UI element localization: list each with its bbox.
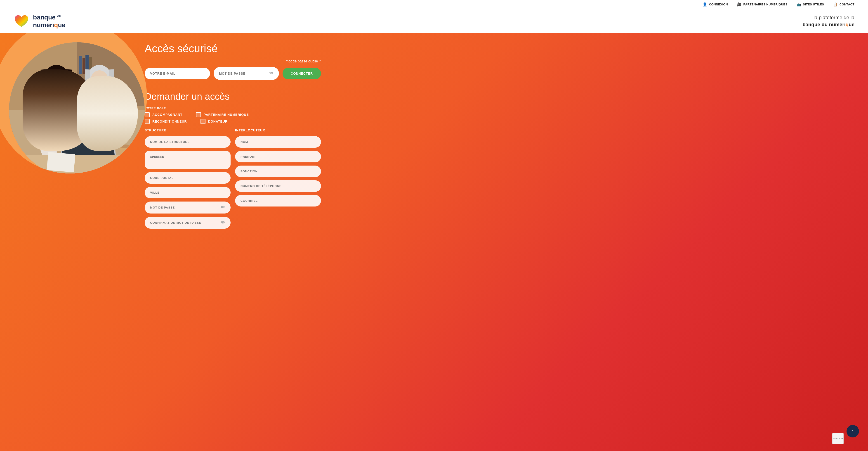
nom-structure-input[interactable] — [145, 136, 230, 148]
nav-sites-label: SITES UTILES — [803, 3, 824, 6]
nav-connexion[interactable]: 👤 CONNEXION — [703, 2, 728, 6]
confirmation-mdp-input[interactable] — [150, 221, 221, 224]
svg-rect-11 — [94, 79, 99, 83]
checkbox-partenaire-num-box[interactable] — [196, 112, 201, 117]
svg-point-19 — [96, 136, 99, 139]
request-access-section: Demander un accès VOTRE ROLE ACCOMPAGNAN… — [145, 91, 321, 229]
structure-interlocuteur-grid: STRUCTURE 👁 👁 INTERLOC — [145, 128, 321, 229]
mot-de-passe-input[interactable] — [150, 206, 221, 209]
checkbox-donateur-box[interactable] — [200, 119, 206, 124]
nav-sites[interactable]: 📺 SITES UTILES — [797, 2, 824, 6]
checkbox-row-1: ACCOMPAGNANT PARTENAIRE NUMÉRIQUE — [145, 112, 321, 117]
nav-partenaires-label: PARTENAIRES NUMÉRIQUES — [743, 3, 787, 6]
video-icon: 🎥 — [737, 2, 742, 6]
svg-rect-4 — [83, 58, 85, 74]
nav-partenaires[interactable]: 🎥 PARTENAIRES NUMÉRIQUES — [737, 2, 787, 6]
checkbox-donateur[interactable]: DONATEUR — [200, 119, 228, 124]
ville-input[interactable] — [145, 187, 230, 198]
checkbox-accompagnant-box[interactable] — [145, 112, 150, 117]
logo-area: banque du numérique — [13, 13, 65, 29]
role-section: VOTRE ROLE ACCOMPAGNANT PARTENAIRE NUMÉR… — [145, 107, 321, 124]
user-icon: 👤 — [703, 2, 707, 6]
tagline-line1: la plateforme de la — [802, 14, 855, 21]
confirmation-mdp-eye-icon[interactable]: 👁 — [221, 220, 225, 225]
forgot-password-link[interactable]: mot de passe oublié ? — [285, 59, 321, 63]
checkbox-partenaire-num[interactable]: PARTENAIRE NUMÉRIQUE — [196, 112, 249, 117]
svg-point-17 — [89, 127, 92, 130]
connect-button[interactable]: CONNECTER — [283, 68, 321, 80]
svg-point-24 — [120, 145, 131, 148]
nav-contact[interactable]: 📋 CONTACT — [833, 2, 855, 6]
secure-access-title: Accès sécurisé — [145, 42, 321, 55]
site-header: banque du numérique la plateforme de la … — [0, 9, 868, 33]
login-row: 👁 CONNECTER — [145, 67, 321, 80]
code-postal-input[interactable] — [145, 172, 230, 184]
role-label: VOTRE ROLE — [145, 107, 321, 110]
interlocuteur-label: INTERLOCUTEUR — [235, 128, 321, 132]
telephone-input[interactable] — [235, 180, 321, 192]
prenom-input[interactable] — [235, 151, 321, 162]
svg-rect-26 — [47, 152, 75, 172]
svg-point-18 — [101, 130, 104, 133]
secure-access-section: Accès sécurisé mot de passe oublié ? 👁 C… — [145, 42, 321, 80]
svg-rect-3 — [79, 56, 82, 74]
interlocuteur-section: INTERLOCUTEUR — [235, 128, 321, 229]
arrow-up-icon: ↑ — [851, 428, 854, 434]
structure-section: STRUCTURE 👁 👁 — [145, 128, 230, 229]
svg-point-9 — [88, 65, 111, 90]
structure-label: STRUCTURE — [145, 128, 230, 132]
checkbox-donateur-label: DONATEUR — [208, 120, 228, 123]
main-content: Accès sécurisé mot de passe oublié ? 👁 C… — [0, 33, 868, 451]
nom-input[interactable] — [235, 136, 321, 148]
checkbox-partenaire-num-label: PARTENAIRE NUMÉRIQUE — [204, 113, 249, 117]
checkbox-reconditionneur-box[interactable] — [145, 119, 150, 124]
svg-point-10 — [90, 70, 108, 91]
logo-banque-du: banque du — [33, 13, 65, 21]
photo-svg — [9, 42, 145, 174]
confirmation-mdp-wrapper: 👁 — [145, 217, 230, 229]
header-tagline: la plateforme de la banque du numérique — [802, 14, 855, 28]
svg-point-8 — [47, 71, 66, 93]
top-navigation: 👤 CONNEXION 🎥 PARTENAIRES NUMÉRIQUES 📺 S… — [0, 0, 868, 9]
clipboard-icon: 📋 — [833, 2, 838, 6]
adresse-input[interactable] — [145, 151, 230, 169]
fonction-input[interactable] — [235, 166, 321, 177]
form-area: Accès sécurisé mot de passe oublié ? 👁 C… — [131, 33, 335, 246]
recaptcha-label: reCAPTCHA — [833, 438, 843, 440]
svg-point-7 — [44, 65, 69, 92]
checkbox-accompagnant-label: ACCOMPAGNANT — [152, 113, 182, 117]
checkbox-accompagnant[interactable]: ACCOMPAGNANT — [145, 112, 182, 117]
courriel-input[interactable] — [235, 195, 321, 207]
request-access-title: Demander un accès — [145, 91, 321, 102]
svg-rect-25 — [9, 155, 145, 174]
forgot-password-container: mot de passe oublié ? — [145, 59, 321, 63]
scroll-to-top-button[interactable]: ↑ — [846, 425, 859, 438]
svg-point-16 — [104, 117, 108, 121]
photo-simulation — [9, 42, 145, 174]
screen-icon: 📺 — [797, 2, 801, 6]
svg-rect-12 — [100, 79, 105, 83]
svg-point-14 — [91, 117, 94, 121]
mot-de-passe-eye-icon[interactable]: 👁 — [221, 205, 225, 210]
logo-text: banque du numérique — [33, 13, 65, 29]
svg-point-20 — [108, 125, 111, 129]
checkbox-reconditionneur-label: RECONDITIONNEUR — [152, 120, 187, 123]
checkbox-row-2: RECONDITIONNEUR DONATEUR — [145, 119, 321, 124]
logo-heart-icon — [13, 14, 29, 29]
logo-numerique: numérique — [33, 21, 65, 29]
hero-photo — [9, 42, 145, 174]
mot-de-passe-wrapper: 👁 — [145, 202, 230, 213]
email-input[interactable] — [145, 68, 210, 80]
checkbox-reconditionneur[interactable]: RECONDITIONNEUR — [145, 119, 187, 124]
password-field-wrapper: 👁 — [214, 67, 279, 80]
recaptcha-widget[interactable]: reCAPTCHA — [832, 433, 844, 444]
tagline-line2: banque du numérique — [802, 21, 855, 28]
svg-point-15 — [98, 122, 101, 125]
password-input[interactable] — [219, 72, 269, 75]
password-eye-icon[interactable]: 👁 — [269, 71, 274, 76]
nav-contact-label: CONTACT — [839, 3, 855, 6]
nav-connexion-label: CONNEXION — [709, 3, 728, 6]
hero-circle-image — [0, 33, 147, 174]
